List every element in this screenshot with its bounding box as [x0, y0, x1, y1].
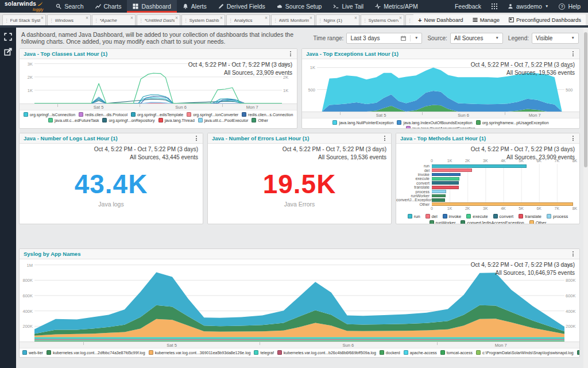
chart-menu-icon[interactable]	[194, 135, 199, 142]
edit-dashboard-icon[interactable]	[4, 48, 12, 56]
y-axis-tick-label: 200K	[22, 324, 33, 329]
legend-item[interactable]: run	[408, 214, 420, 219]
nav-item-alerts[interactable]: Alerts	[177, 0, 212, 13]
legend-item[interactable]: dockerd	[380, 350, 400, 355]
apps-grid-icon[interactable]	[488, 3, 501, 9]
legend-item[interactable]: web-tier	[22, 350, 43, 355]
chart-menu-icon[interactable]	[382, 135, 387, 142]
legend-item[interactable]: process	[547, 214, 568, 219]
tab-close-icon[interactable]: ×	[220, 15, 223, 21]
legend-select[interactable]: Visible ▼	[532, 33, 579, 44]
tab-close-icon[interactable]: ×	[86, 15, 88, 21]
legend-item[interactable]: Other	[529, 220, 547, 224]
user-menu[interactable]: awsdemo ▼	[504, 3, 552, 10]
tab-drag-handle-icon[interactable]: ⋮	[229, 18, 233, 23]
legend-item[interactable]: redis.clien...s.Connection	[242, 112, 293, 117]
time-range-control: Time range: Last 3 days ▼	[313, 33, 422, 44]
legend-label: kubernetes.var.log.cont...369011ea5b93da…	[155, 351, 251, 355]
tab-drag-handle-icon[interactable]: ⋮	[363, 18, 368, 23]
vertical-scrollbar[interactable]	[583, 28, 588, 368]
dashboard-tab-aws-monitorin-[interactable]: ⋮AWS Monitorin...×	[271, 14, 315, 25]
nav-item-search[interactable]: Search	[50, 0, 89, 13]
manage-button[interactable]: Manage	[473, 17, 500, 23]
legend-label: c:\ProgramData\SolarWinds\Snap\log\swisn…	[482, 351, 574, 355]
dashboard-tab--apache[interactable]: ⋮*Apache×	[92, 14, 136, 25]
tab-drag-handle-icon[interactable]: ⋮	[5, 18, 9, 23]
legend-item[interactable]: java.lang.Thread	[158, 118, 195, 122]
legend-item[interactable]: convert	[493, 214, 514, 219]
tab-drag-handle-icon[interactable]: ⋮	[408, 18, 412, 23]
tab-drag-handle-icon[interactable]: ⋮	[318, 18, 323, 23]
legend-swatch	[158, 118, 163, 122]
legend-item[interactable]: kubernetes.var.log.cont...369011ea5b93da…	[149, 350, 251, 355]
legend-item[interactable]: org.springframew...piUsageException	[476, 120, 549, 125]
dashboard-tab-full-stack-syste-[interactable]: ⋮Full Stack Syste...×	[2, 14, 46, 25]
legend-item[interactable]: java.lang.NullPointerException	[332, 120, 393, 125]
legend-item[interactable]: execute	[466, 214, 488, 219]
legend-item[interactable]: tomcat-access	[440, 350, 473, 355]
tab-close-icon[interactable]: ×	[130, 15, 133, 21]
nav-item-source-setup[interactable]: Source Setup	[271, 0, 328, 13]
help-link[interactable]: ? Help	[555, 3, 585, 10]
legend-item[interactable]: org.springf...edisTemplate	[131, 112, 183, 117]
expand-icon[interactable]	[4, 33, 12, 41]
tab-drag-handle-icon[interactable]: ⋮	[184, 18, 188, 23]
legend-item[interactable]: java.util.c...edFutureTask	[48, 118, 99, 122]
dashboard-tab-rails[interactable]: ⋮Rails×	[405, 14, 413, 25]
tab-close-icon[interactable]: ×	[41, 15, 44, 21]
legend-item[interactable]: kubernetes.var.log.cont...b26c4b8b6f669b…	[277, 350, 376, 355]
legend-item[interactable]: convertJedisAccessException	[461, 220, 524, 224]
dashboard-tab-system-dashb-[interactable]: ⋮System Dashb...×	[181, 14, 225, 25]
nav-item-derived-fields[interactable]: Derived Fields	[212, 0, 271, 13]
legend-item[interactable]: redis.clien...dis.Protocol	[79, 112, 127, 117]
time-range-select[interactable]: Last 3 days ▼	[346, 33, 422, 44]
tab-close-icon[interactable]: ×	[310, 15, 312, 21]
nav-item-charts[interactable]: Charts	[90, 0, 127, 13]
legend-item[interactable]: org.springf...onRepository	[102, 118, 154, 122]
tab-close-icon[interactable]: ×	[354, 15, 357, 21]
legend-label: process	[553, 214, 568, 219]
chart-menu-icon[interactable]	[288, 50, 293, 57]
nav-item-live-tail[interactable]: Live Tail	[327, 0, 369, 13]
legend-label: org.springf...onRepository	[109, 118, 154, 122]
legend-item[interactable]: java.util.c...PoolExecutor	[198, 118, 249, 122]
dashboard-tab-analytics[interactable]: ⋮Analytics×	[226, 14, 270, 25]
tab-close-icon[interactable]: ×	[265, 15, 268, 21]
feedback-link[interactable]: Feedback	[451, 3, 485, 10]
tab-drag-handle-icon[interactable]: ⋮	[49, 18, 54, 23]
tab-close-icon[interactable]: ×	[399, 15, 402, 21]
source-select[interactable]: All Sources ▼	[450, 33, 503, 44]
tab-drag-handle-icon[interactable]: ⋮	[139, 18, 144, 23]
new-dashboard-button[interactable]: + New Dashboard	[418, 17, 463, 24]
legend-item[interactable]: apache-access	[404, 350, 437, 355]
legend-item[interactable]: runWorker	[430, 220, 456, 224]
legend-item[interactable]: org.springf...isConnection	[24, 112, 75, 117]
legend-item[interactable]: java.lang.IndexOutOfBoundsException	[397, 120, 472, 125]
dashboard-tab-nginx-1-[interactable]: ⋮Nginx (1)×	[316, 14, 359, 25]
legend-item[interactable]: invoke	[443, 214, 462, 219]
legend-item[interactable]: translate	[519, 214, 541, 219]
legend-item[interactable]: c:\ProgramData\SolarWinds\Snap\log\swisn…	[476, 350, 574, 355]
dashboard-tab--untitled-dashb-[interactable]: ⋮*Untitled Dashb...×	[137, 14, 180, 25]
solarwinds-loggly-logo[interactable]: solarwinds loggly	[0, 0, 50, 13]
legend-item[interactable]: del	[425, 214, 438, 219]
chart-menu-icon[interactable]	[571, 50, 575, 57]
dashboard-tab-systems-overvi-[interactable]: ⋮Systems Overvi...×	[361, 14, 404, 25]
nav-item-dashboard[interactable]: Dashboard	[127, 0, 176, 13]
legend-label: java.util.c...PoolExecutor	[204, 118, 249, 122]
nav-item-metrics-apm[interactable]: Metrics/APM	[369, 0, 424, 13]
preconfigured-dashboards-button[interactable]: Preconfigured Dashboards	[509, 17, 581, 23]
legend-item[interactable]: Other	[252, 118, 268, 122]
legend-item[interactable]: java.lang.IllegalArgumentException	[406, 126, 475, 129]
chart-menu-icon[interactable]	[571, 135, 575, 142]
scrollbar-thumb[interactable]	[584, 32, 587, 167]
legend-item[interactable]: Other	[577, 350, 579, 355]
chart-menu-icon[interactable]	[571, 250, 575, 258]
tab-close-icon[interactable]: ×	[175, 15, 178, 21]
tab-drag-handle-icon[interactable]: ⋮	[273, 18, 278, 23]
legend-item[interactable]: telegraf	[254, 350, 273, 355]
dashboard-tab-windows[interactable]: ⋮Windows×	[47, 14, 91, 25]
tab-drag-handle-icon[interactable]: ⋮	[94, 18, 99, 23]
legend-item[interactable]: kubernetes.var.log.cont...2dfbbc74a3e87f…	[47, 350, 145, 355]
legend-item[interactable]: org.springf...ionConverter	[187, 112, 238, 117]
